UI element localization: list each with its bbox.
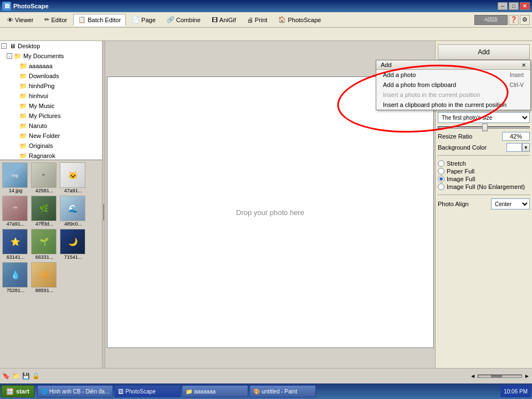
dropdown-add-photo[interactable]: Add a photo Insert [376,70,530,80]
expand-mydocs[interactable]: - [7,53,12,59]
thumb-47a91a[interactable]: 🐱 47a91... [60,162,86,193]
status-lock-icon[interactable]: 🔒 [32,372,40,380]
start-button[interactable]: 🪟 start [1,385,34,397]
dropdown-close[interactable]: ✕ [521,62,526,68]
thumb-label-489c0: 489c0... [60,221,86,227]
thumb-489c0[interactable]: 🌊 489c0... [60,196,86,227]
radio-paper-full[interactable]: Paper Full [438,168,530,175]
scroll-thumb [491,375,502,377]
title-bar-buttons: ─ □ ✕ [498,2,530,10]
taskbar-aaaaaaa-icon: 📁 [186,388,192,395]
thumb-label-47a91b: 47a91... [2,221,29,227]
tab-anigif-label: AniGif [219,17,236,23]
tree-item-downloads[interactable]: 📁 Downloads [0,71,102,81]
tree-item-mymusic[interactable]: 📁 My Music [0,101,102,111]
tab-page[interactable]: 📄 Page [127,14,161,26]
thumb-label-88591: 88591... [31,288,58,293]
close-button[interactable]: ✕ [520,2,530,10]
resize-slider-track[interactable] [438,126,530,129]
size-dropdown-row: The first photo's size Custom size 800x6… [438,112,530,123]
dropdown-insert-clipboard-current[interactable]: Insert a clipboard photo in the current … [376,100,530,110]
tree-item-naruto[interactable]: 📁 Naruto [0,121,102,131]
left-panel: - 🖥 Desktop - 📁 My Documents 📁 aaaaaaa 📁… [0,41,103,383]
taskbar-item-paint[interactable]: 🎨 untitled - Paint [249,385,316,397]
photo-align-dropdown[interactable]: Center Top Left Top Right Bottom Left Bo… [491,198,530,209]
taskbar-item-photoscape[interactable]: 🖼 PhotoScape [114,385,181,397]
file-tree: - 🖥 Desktop - 📁 My Documents 📁 aaaaaaa 📁… [0,41,102,160]
size-dropdown[interactable]: The first photo's size Custom size 800x6… [438,112,530,123]
color-swatch[interactable] [507,143,522,152]
tab-batch-editor[interactable]: 📋 Batch Editor [73,14,126,26]
toolbar [0,28,532,41]
resize-grip [103,204,104,221]
thumbnail-panel: img 14.jpg ✏ 42581... 🐱 47a91... [0,160,102,383]
tree-item-hinhdpng[interactable]: 📁 hinhdPng [0,81,102,91]
add-clipboard-label: Add a photo from clipboard [383,81,456,88]
dropdown-header: Add ✕ [376,60,530,70]
separator-3 [438,155,530,156]
taskbar-item-hinhanhcb[interactable]: 🌐 Hinh anh CB - Diên đa... [37,385,113,397]
status-save-icon[interactable]: 💾 [22,372,30,380]
tab-anigif[interactable]: 🎞 AniGif [207,14,241,26]
expand-desktop[interactable]: - [1,43,7,49]
taskbar-photoscape-label: PhotoScape [125,388,156,395]
color-dropdown-arrow[interactable]: ▼ [522,143,530,152]
tab-editor[interactable]: ✏ Editor [39,14,72,26]
thumb-14jpg[interactable]: img 14.jpg [2,162,29,193]
thumb-75281[interactable]: 💧 75281... [2,262,29,293]
status-bookmark-icon[interactable]: 🔖 [2,372,10,380]
bg-color-label: Background Color [438,144,487,151]
hinhvui-icon: 📁 [19,91,28,100]
tree-item-newfolder[interactable]: 📁 New Folder [0,131,102,141]
tab-photoscape[interactable]: 🏠 PhotoScape [273,14,326,26]
tab-combine[interactable]: 🔗 Combine [162,14,206,26]
radio-stretch[interactable]: Stretch [438,160,530,167]
h-scroll-bar[interactable] [478,375,522,378]
downloads-icon: 📁 [19,71,28,80]
thumb-42581[interactable]: ✏ 42581... [31,162,58,193]
add-button[interactable]: Add [438,44,530,60]
thumb-label-63141: 63141... [2,254,29,260]
app-title: PhotoScape [13,3,49,9]
tree-item-aaaaaaa[interactable]: 📁 aaaaaaa [0,61,102,71]
thumb-63141[interactable]: ⭐ 63141... [2,229,29,260]
taskbar-separator [35,386,36,397]
tree-item-originals[interactable]: 📁 Originals [0,141,102,151]
nav-next-icon[interactable]: ► [524,373,530,379]
taskbar-photoscape-icon: 🖼 [118,388,124,395]
tab-print[interactable]: 🖨 Print [242,14,273,26]
taskbar-paint-label: untitled - Paint [262,388,297,395]
mypictures-icon: 📁 [19,111,28,120]
radio-image-full[interactable]: Image Full [438,176,530,182]
minimize-button[interactable]: ─ [498,2,508,10]
nav-prev-icon[interactable]: ◄ [470,373,475,379]
menu-bar: 👁 Viewer ✏ Editor 📋 Batch Editor 📄 Page … [0,12,532,28]
taskbar-item-aaaaaaa[interactable]: 📁 aaaaaaa [182,385,248,397]
tab-viewer[interactable]: 👁 Viewer [2,14,38,26]
maximize-button[interactable]: □ [509,2,519,10]
tree-item-mydocs[interactable]: - 📁 My Documents [0,51,102,61]
canvas-frame[interactable]: Drop your photo here [107,76,434,348]
radio-group: Stretch Paper Full Image Full Image Full… [438,159,530,191]
thumb-88591[interactable]: 🔆 88591... [31,262,58,293]
help-btn[interactable]: ❓ [509,15,519,25]
tree-item-hinhvui[interactable]: 📁 hinhvui [0,91,102,101]
tree-item-desktop[interactable]: - 🖥 Desktop [0,41,102,51]
photoscape-icon: 🏠 [278,16,286,23]
thumb-47a91b[interactable]: 🎌 47a91... [2,196,29,227]
bg-color-row: Background Color ▼ [438,143,530,152]
thumb-47ff3d[interactable]: 🌿 47ff3d... [31,196,58,227]
radio-image-full-noenl[interactable]: Image Full (No Enlargement) [438,183,530,190]
lang-btn[interactable]: A語語 [474,15,508,25]
tree-item-mypictures[interactable]: 📁 My Pictures [0,111,102,121]
thumb-71541[interactable]: 🌙 71541... [60,229,86,260]
tree-item-ragnarok[interactable]: 📁 Ragnarok [0,151,102,160]
thumb-label-66331: 66331... [31,254,58,260]
dropdown-add-clipboard[interactable]: Add a photo from clipboard Ctrl-V [376,80,530,90]
resize-slider-thumb[interactable] [482,124,488,131]
settings-btn[interactable]: ⚙ [520,15,530,25]
tree-label-mypictures: My Pictures [29,112,60,119]
thumb-66331[interactable]: 🌱 66331... [31,229,58,260]
tree-label-aaaaaaa: aaaaaaa [29,63,53,69]
status-folder-icon[interactable]: 📁 [12,372,20,380]
